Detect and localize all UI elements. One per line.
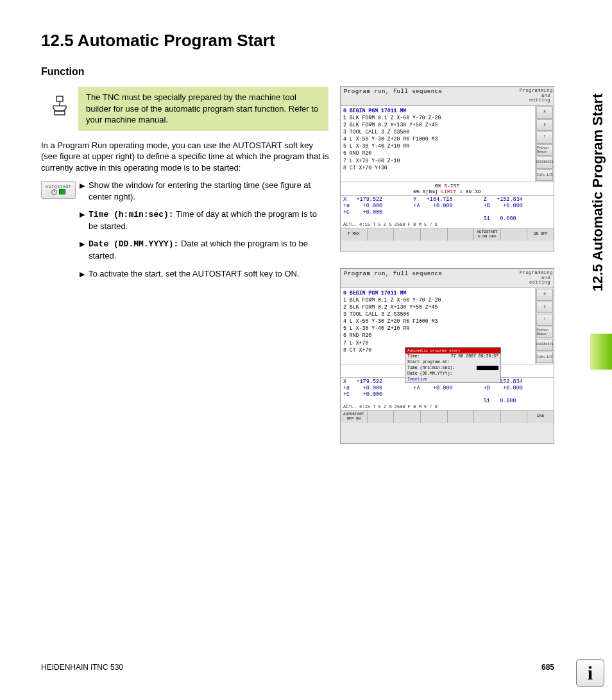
softkey[interactable] [501,411,528,423]
intro-paragraph: In a Program Run operating mode, you can… [41,140,330,174]
softkey[interactable] [368,228,395,241]
step-text: Time (h:min:sec): Time of day at which t… [89,209,323,232]
softkey[interactable] [394,411,421,423]
step-text: To activate the start, set the AUTOSTART… [89,268,323,280]
side-button-column: M S T Python Demos DIAGNOSIS Info 1/3 [536,106,554,182]
side-button[interactable]: T [536,132,553,144]
softkey-label: AUTOSTART [46,185,71,189]
autostart-dialog: Automatic program start Time:27.08.2007 … [405,347,501,383]
note-text: The TNC must be specially prepared by th… [78,87,328,131]
side-button[interactable]: S [536,302,553,314]
softkey[interactable]: F MAX [341,228,368,241]
toggle-icon [59,189,65,194]
softkey[interactable] [368,411,395,423]
side-button[interactable]: Info 1/3 [536,169,553,182]
screenshot-upper: Program run, full sequence Programming a… [340,86,554,252]
side-button[interactable]: M [536,289,553,301]
dialog-title: Automatic program start [405,348,500,354]
softkey[interactable] [421,411,448,423]
softkey[interactable] [394,228,421,241]
softkey[interactable]: END [527,411,554,423]
svg-rect-2 [55,111,65,115]
side-button[interactable]: DIAGNOSIS [536,339,553,351]
softkey-row: F MAX AUTOSTART ⊕ ON OFF ON OFF [341,228,554,241]
side-tab: 12.5 Automatic Program Start [584,26,612,359]
softkey[interactable]: ON OFF [527,228,554,241]
step-text: Show the window for entering the startin… [89,180,323,202]
side-button[interactable]: T [536,314,553,326]
screenshot-lower: Program run, full sequence Programming a… [340,268,554,444]
side-button-column: M S T Python Demos DIAGNOSIS Info 1/3 [536,288,554,364]
chevron-right-icon: ▶ [80,238,89,261]
time-input[interactable] [477,366,498,370]
softkey[interactable] [421,228,448,241]
side-button[interactable]: M [536,107,553,119]
chevron-right-icon: ▶ [80,209,89,232]
softkey[interactable]: AUTOSTART OFF ON [341,411,368,423]
section-title: 12.5 Automatic Program Start [41,31,554,51]
coordinates: X +179.522Y +164.718Z +152.834 +a +0.000… [341,195,554,228]
steps-list: ▶Show the window for entering the starti… [80,180,323,286]
thumb-tab [590,334,612,370]
step-text: Date (DD.MM.YYYY): Date at which the pro… [89,238,323,261]
status-area: 0% S-IST 0% S[Nm] LIMIT 1 09:39 [341,182,554,195]
function-heading: Function [41,66,554,78]
mode-sub: Programming and editing [520,271,550,286]
softkey[interactable]: AUTOSTART ⊕ ON OFF [474,228,501,241]
mode-sub: Programming and editing [520,89,550,103]
page-footer: HEIDENHAIN iTNC 530 685 [41,663,554,672]
info-icon: i [576,659,604,687]
chevron-right-icon: ▶ [80,268,89,280]
chevron-right-icon: ▶ [80,180,89,202]
softkey[interactable] [474,411,501,423]
mode-title: Program run, full sequence [344,271,442,286]
side-button[interactable]: DIAGNOSIS [536,157,553,169]
dialog-status: Inactive [405,377,500,382]
softkey[interactable] [501,228,528,241]
softkey-row: AUTOSTART OFF ON END [341,410,554,423]
side-button[interactable]: Python Demos [536,327,553,339]
machine-manual-icon [51,96,69,116]
autostart-softkey[interactable]: AUTOSTART [41,181,76,199]
side-button[interactable]: Info 1/3 [536,352,553,364]
svg-rect-0 [56,96,63,101]
side-button[interactable]: S [536,119,553,132]
clock-icon [51,189,57,195]
product-name: HEIDENHAIN iTNC 530 [41,663,123,672]
mode-title: Program run, full sequence [344,89,442,103]
softkey[interactable] [448,228,475,241]
program-listing: 0 BEGIN PGM 17011 MM 1 BLK FORM 0.1 Z X-… [341,106,536,182]
page-number: 685 [541,663,554,672]
softkey[interactable] [448,411,475,423]
side-button[interactable]: Python Demos [536,144,553,157]
